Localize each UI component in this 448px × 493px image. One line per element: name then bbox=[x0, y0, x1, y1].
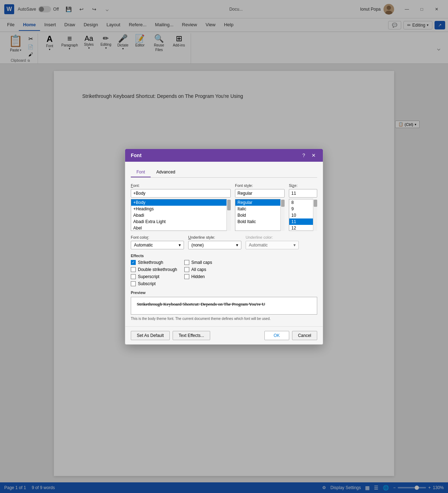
strikethrough-checkbox-row: ✓ Strikethrough bbox=[131, 260, 177, 265]
all-caps-label: All caps bbox=[191, 267, 206, 272]
effects-col-right: Small caps All caps Hidden bbox=[184, 260, 212, 286]
style-item-regular[interactable]: Regular bbox=[235, 199, 284, 206]
effects-section: Effects ✓ Strikethrough Double strikethr… bbox=[131, 254, 317, 286]
footer-right: OK Cancel bbox=[264, 331, 317, 340]
font-col: Font: +Body +Headings Abadi Abadi Extra … bbox=[131, 183, 231, 231]
double-strikethrough-label: Double strikethrough bbox=[138, 267, 177, 272]
effects-grid: ✓ Strikethrough Double strikethrough Sup… bbox=[131, 260, 317, 286]
underline-color-label: Underline color: bbox=[246, 235, 299, 239]
preview-box: Strikethrough Keyboard Shortcut: Depends… bbox=[131, 297, 317, 315]
font-item-headings[interactable]: +Headings bbox=[131, 206, 230, 212]
font-list-wrap: +Body +Headings Abadi Abadi Extra Light … bbox=[131, 199, 231, 231]
font-list[interactable]: +Body +Headings Abadi Abadi Extra Light … bbox=[131, 199, 231, 231]
modal-title: Font bbox=[131, 153, 141, 158]
cancel-button[interactable]: Cancel bbox=[292, 331, 317, 340]
preview-text: Strikethrough Keyboard Shortcut: Depends… bbox=[137, 301, 311, 307]
small-caps-checkbox-row: Small caps bbox=[184, 260, 212, 265]
set-as-default-button[interactable]: Set As Default bbox=[131, 331, 170, 340]
color-row: Font color: Automatic ▾ Underline style:… bbox=[131, 235, 317, 249]
double-strikethrough-checkbox-row: Double strikethrough bbox=[131, 267, 177, 272]
underline-color-value: Automatic bbox=[249, 243, 268, 248]
underline-style-value: (none) bbox=[191, 243, 204, 248]
font-style-input[interactable] bbox=[235, 189, 285, 198]
font-style-list[interactable]: Regular Italic Bold Bold Italic bbox=[235, 199, 285, 231]
modal-body: Font Advanced Font: +Body bbox=[125, 162, 323, 326]
superscript-checkbox[interactable] bbox=[131, 274, 136, 279]
style-field-label: Font style: bbox=[235, 183, 285, 188]
font-list-scrollbar[interactable] bbox=[226, 199, 231, 231]
size-list-wrap: 8 9 10 11 12 bbox=[289, 199, 317, 231]
font-field-label: Font: bbox=[131, 183, 231, 188]
font-color-col: Font color: Automatic ▾ bbox=[131, 235, 184, 249]
modal-close-icon[interactable]: ✕ bbox=[310, 153, 317, 158]
hidden-checkbox[interactable] bbox=[184, 274, 189, 279]
font-item-abel[interactable]: Abel bbox=[131, 225, 230, 231]
small-caps-checkbox[interactable] bbox=[184, 260, 189, 265]
modal-footer: Set As Default Text Effects... OK Cancel bbox=[125, 326, 323, 344]
style-item-italic[interactable]: Italic bbox=[235, 206, 284, 212]
style-list-scrollbar[interactable] bbox=[280, 199, 285, 231]
ok-button[interactable]: OK bbox=[264, 331, 289, 340]
all-caps-checkbox-row: All caps bbox=[184, 267, 212, 272]
font-item-abadi[interactable]: Abadi bbox=[131, 212, 230, 218]
size-input[interactable] bbox=[289, 189, 317, 198]
effects-title: Effects bbox=[131, 254, 317, 258]
size-col: Size: 8 9 10 11 12 bbox=[289, 183, 317, 231]
underline-color-chevron-icon: ▾ bbox=[293, 243, 296, 248]
superscript-label: Superscript bbox=[138, 274, 159, 279]
style-item-bold-italic[interactable]: Bold Italic bbox=[235, 218, 284, 225]
underline-chevron-icon: ▾ bbox=[236, 243, 238, 248]
subscript-checkbox[interactable] bbox=[131, 281, 136, 286]
tab-font[interactable]: Font bbox=[131, 167, 151, 177]
underline-style-dropdown[interactable]: (none) ▾ bbox=[188, 241, 241, 249]
font-color-label: Font color: bbox=[131, 235, 184, 239]
double-strikethrough-checkbox[interactable] bbox=[131, 267, 136, 272]
hidden-checkbox-row: Hidden bbox=[184, 274, 212, 279]
underline-style-col: Underline style: (none) ▾ bbox=[188, 235, 241, 249]
font-style-size-row: Font: +Body +Headings Abadi Abadi Extra … bbox=[131, 183, 317, 231]
size-list-scrollbar[interactable] bbox=[313, 199, 317, 231]
font-color-dropdown[interactable]: Automatic ▾ bbox=[131, 241, 184, 249]
size-field-label: Size: bbox=[289, 183, 317, 188]
font-color-chevron-icon: ▾ bbox=[179, 243, 181, 248]
strikethrough-label: Strikethrough bbox=[138, 260, 163, 265]
hidden-label: Hidden bbox=[191, 274, 205, 279]
modal-overlay: Font ? ✕ Font Advanced Font: bbox=[0, 0, 448, 493]
subscript-checkbox-row: Subscript bbox=[131, 281, 177, 286]
preview-title: Preview bbox=[131, 290, 317, 295]
underline-style-label: Underline style: bbox=[188, 235, 241, 239]
small-caps-label: Small caps bbox=[191, 260, 212, 265]
style-col: Font style: Regular Italic Bold Bold Ita… bbox=[235, 183, 285, 231]
subscript-label: Subscript bbox=[138, 281, 156, 286]
strikethrough-checkbox[interactable]: ✓ bbox=[131, 260, 136, 265]
font-dialog: Font ? ✕ Font Advanced Font: bbox=[125, 149, 323, 345]
modal-header: Font ? ✕ bbox=[125, 149, 323, 162]
font-input[interactable] bbox=[131, 189, 231, 198]
text-effects-button[interactable]: Text Effects... bbox=[173, 331, 210, 340]
all-caps-checkbox[interactable] bbox=[184, 267, 189, 272]
preview-description: This is the body theme font. The current… bbox=[131, 317, 317, 321]
font-item-abadi-extra-light[interactable]: Abadi Extra Light bbox=[131, 218, 230, 225]
superscript-checkbox-row: Superscript bbox=[131, 274, 177, 279]
style-list-wrap: Regular Italic Bold Bold Italic bbox=[235, 199, 285, 231]
font-form: Font: +Body +Headings Abadi Abadi Extra … bbox=[131, 183, 317, 321]
font-color-value: Automatic bbox=[134, 243, 153, 248]
help-icon[interactable]: ? bbox=[300, 153, 307, 158]
font-item-body[interactable]: +Body bbox=[131, 199, 230, 206]
effects-col-left: ✓ Strikethrough Double strikethrough Sup… bbox=[131, 260, 177, 286]
style-item-bold[interactable]: Bold bbox=[235, 212, 284, 218]
modal-header-actions: ? ✕ bbox=[300, 153, 317, 158]
footer-left: Set As Default Text Effects... bbox=[131, 331, 210, 340]
underline-color-dropdown[interactable]: Automatic ▾ bbox=[246, 241, 299, 249]
modal-tabs: Font Advanced bbox=[131, 167, 317, 178]
preview-section: Preview Strikethrough Keyboard Shortcut:… bbox=[131, 290, 317, 321]
underline-color-col: Underline color: Automatic ▾ bbox=[246, 235, 299, 249]
tab-advanced[interactable]: Advanced bbox=[151, 167, 181, 177]
